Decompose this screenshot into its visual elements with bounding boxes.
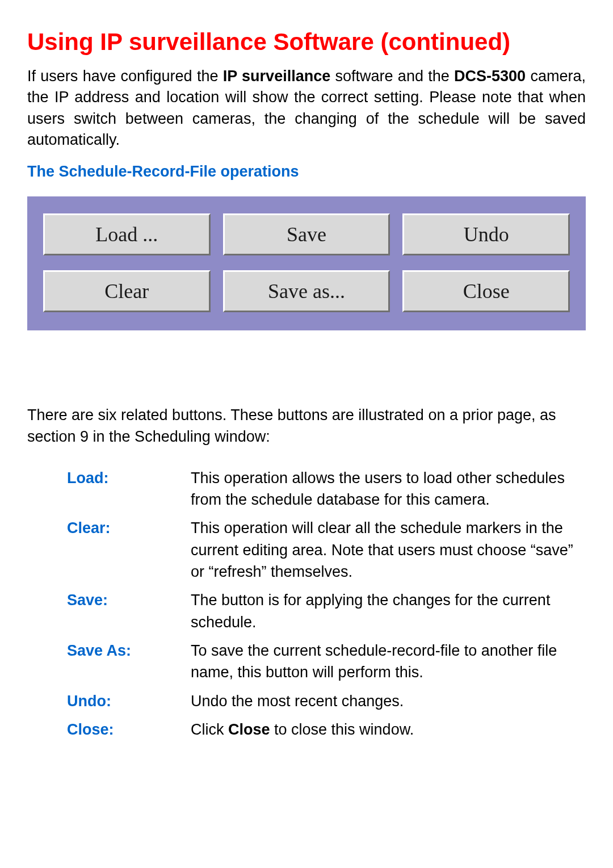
section-subtitle: The Schedule-Record-File operations: [27, 163, 586, 181]
intro-text-1: If users have configured the: [27, 68, 223, 85]
manual-page: Using IP surveillance Software (continue…: [0, 0, 613, 868]
load-button[interactable]: Load ...: [43, 213, 211, 255]
def-term-save: Save:: [67, 589, 186, 633]
def-term-load: Load:: [67, 467, 186, 511]
clear-button[interactable]: Clear: [43, 270, 211, 312]
def-desc-saveas: To save the current schedule-record-file…: [191, 640, 586, 684]
save-button[interactable]: Save: [223, 213, 391, 255]
undo-button[interactable]: Undo: [402, 213, 570, 255]
button-row-2: Clear Save as... Close: [43, 270, 570, 312]
def-desc-clear: This operation will clear all the schedu…: [191, 517, 586, 582]
def-term-saveas: Save As:: [67, 640, 186, 684]
def-desc-close: Click Close to close this window.: [191, 719, 586, 740]
definition-list: Load: This operation allows the users to…: [27, 467, 586, 741]
button-panel: Load ... Save Undo Clear Save as... Clos…: [27, 196, 586, 330]
intro-bold-2: DCS-5300: [454, 68, 526, 85]
intro-bold-1: IP surveillance: [223, 68, 330, 85]
def-term-undo: Undo:: [67, 690, 186, 712]
intro-paragraph: If users have configured the IP surveill…: [27, 66, 586, 150]
close-button[interactable]: Close: [402, 270, 570, 312]
def-desc-undo: Undo the most recent changes.: [191, 690, 586, 712]
button-row-1: Load ... Save Undo: [43, 213, 570, 255]
close-desc-bold: Close: [228, 721, 270, 738]
close-desc-post: to close this window.: [270, 721, 414, 738]
def-desc-load: This operation allows the users to load …: [191, 467, 586, 511]
def-term-close: Close:: [67, 719, 186, 740]
page-title: Using IP surveillance Software (continue…: [27, 28, 586, 56]
close-desc-pre: Click: [191, 721, 228, 738]
def-desc-save: The button is for applying the changes f…: [191, 589, 586, 633]
save-as-button[interactable]: Save as...: [223, 270, 391, 312]
intro-text-2: software and the: [330, 68, 454, 85]
explain-paragraph: There are six related buttons. These but…: [27, 404, 586, 448]
page-number: 76: [27, 865, 586, 868]
def-term-clear: Clear:: [67, 517, 186, 582]
